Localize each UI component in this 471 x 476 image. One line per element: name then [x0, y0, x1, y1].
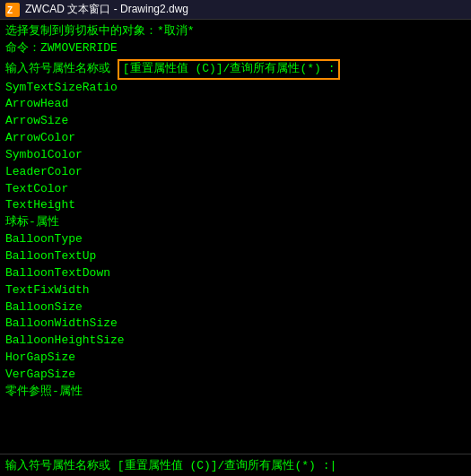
- list-item: BalloonTextDown: [5, 265, 466, 282]
- title-bar: Z ZWCAD 文本窗口 - Drawing2.dwg: [0, 0, 471, 20]
- list-item: 零件参照-属性: [5, 384, 466, 401]
- highlight-box-1: [重置属性值 (C)]/查询所有属性(*) :: [118, 59, 341, 80]
- console-line-3: 输入符号属性名称或 [重置属性值 (C)]/查询所有属性(*) :: [5, 59, 466, 80]
- bottom-prompt-bar: 输入符号属性名称或 [重置属性值 (C)]/查询所有属性(*) :|: [0, 454, 471, 476]
- svg-text:Z: Z: [7, 5, 13, 15]
- bottom-prompt-highlight: [重置属性值 (C)]/查询所有属性(*) :: [118, 457, 330, 473]
- list-item: BalloonTextUp: [5, 248, 466, 265]
- list-item: VerGapSize: [5, 367, 466, 384]
- list-item: SymbolColor: [5, 147, 466, 164]
- list-item: TextColor: [5, 181, 466, 198]
- app-window: Z ZWCAD 文本窗口 - Drawing2.dwg 选择复制到剪切板中的对象…: [0, 0, 471, 476]
- bottom-prompt-line: 输入符号属性名称或 [重置属性值 (C)]/查询所有属性(*) :|: [5, 457, 466, 473]
- list-item: TextFixWidth: [5, 282, 466, 299]
- console-line-1: 选择复制到剪切板中的对象：*取消*: [5, 23, 466, 40]
- list-item: 球标-属性: [5, 214, 466, 231]
- list-item: TextHeight: [5, 197, 466, 214]
- console-line-2: 命令：ZWMOVERRIDE: [5, 40, 466, 57]
- list-item: LeaderColor: [5, 164, 466, 181]
- app-icon: Z: [5, 3, 20, 17]
- prompt-prefix-1: 输入符号属性名称或: [5, 61, 118, 78]
- cursor-char: |: [329, 459, 336, 472]
- list-item: ArrowHead: [5, 96, 466, 113]
- window-title: ZWCAD 文本窗口 - Drawing2.dwg: [25, 2, 188, 17]
- list-item: ArrowSize: [5, 113, 466, 130]
- list-item: BalloonHeightSize: [5, 333, 466, 350]
- list-item: BalloonSize: [5, 299, 466, 316]
- console-area: 选择复制到剪切板中的对象：*取消* 命令：ZWMOVERRIDE 输入符号属性名…: [0, 20, 471, 454]
- items-list: SymTextSizeRatioArrowHeadArrowSizeArrowC…: [5, 80, 466, 401]
- list-item: ArrowColor: [5, 130, 466, 147]
- list-item: SymTextSizeRatio: [5, 80, 466, 97]
- list-item: BalloonWidthSize: [5, 316, 466, 333]
- list-item: HorGapSize: [5, 350, 466, 367]
- list-item: BalloonType: [5, 231, 466, 248]
- bottom-prompt-prefix: 输入符号属性名称或: [5, 457, 118, 473]
